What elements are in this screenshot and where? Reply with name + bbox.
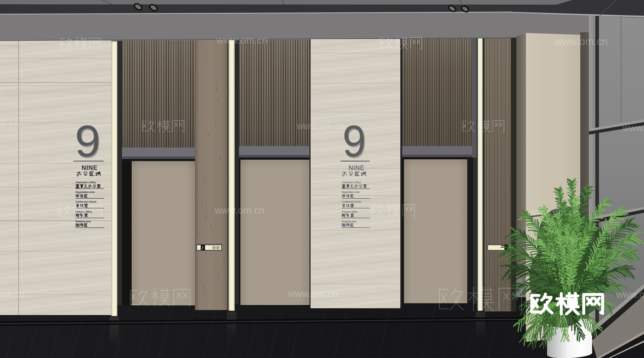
svg-text:www.om.cn: www.om.cn xyxy=(297,121,345,131)
svg-text:www.om.cn: www.om.cn xyxy=(0,289,24,299)
svg-text:www.om.cn: www.om.cn xyxy=(616,289,644,300)
svg-text:www.om.cn: www.om.cn xyxy=(529,207,579,218)
svg-text:www.om.cn: www.om.cn xyxy=(288,288,338,299)
svg-text:www.om.cn: www.om.cn xyxy=(622,122,644,133)
svg-text:www.om.cn: www.om.cn xyxy=(214,205,264,216)
svg-text:www.om.cn: www.om.cn xyxy=(216,35,268,46)
svg-text:www.om.cn: www.om.cn xyxy=(554,36,608,47)
svg-text:www.om.cn: www.om.cn xyxy=(0,120,19,130)
